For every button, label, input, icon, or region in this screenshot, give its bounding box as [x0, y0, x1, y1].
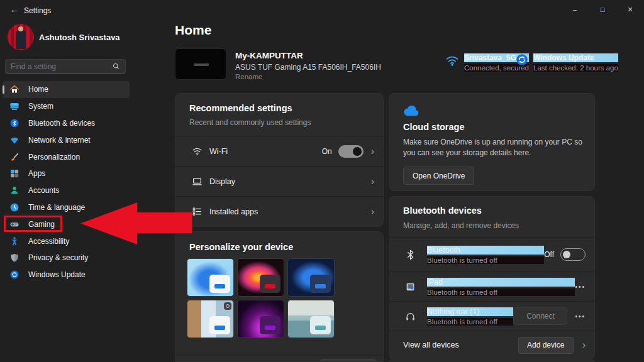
connect-button[interactable]: Connect	[513, 307, 567, 325]
windows-update-icon	[9, 270, 19, 280]
chevron-right-icon	[371, 146, 374, 156]
theme-thumbnail-flower-dark[interactable]	[237, 258, 284, 297]
bluetooth-toggle-label: Off	[544, 250, 554, 259]
device-row-nothing-ear[interactable]: Nothing ear (1) Bluetooth is turned off …	[389, 302, 594, 331]
network-icon	[9, 134, 19, 145]
installed-apps-row[interactable]: Installed apps	[175, 197, 383, 226]
sidebar-item-windows-update[interactable]: Windows Update	[3, 266, 130, 283]
wifi-toggle-label: On	[322, 147, 332, 156]
sidebar-item-personalization[interactable]: Personalization	[3, 148, 130, 165]
personalization-icon	[9, 151, 19, 162]
theme-preview-window	[310, 275, 331, 293]
accounts-icon	[9, 185, 19, 196]
time-language-icon	[9, 202, 19, 212]
minimize-button[interactable]: –	[561, 0, 589, 19]
back-arrow-icon: ←	[10, 4, 19, 14]
sidebar-item-privacy-security[interactable]: Privacy & security	[3, 250, 130, 266]
partial-card	[389, 359, 595, 362]
device-status: Bluetooth is turned off	[427, 288, 575, 296]
search-input[interactable]	[11, 62, 112, 71]
partial-button[interactable]	[320, 359, 376, 362]
recommended-settings-card: Recommended settings Recent and commonly…	[175, 93, 384, 227]
annotation-red-rectangle	[4, 216, 62, 232]
sidebar-item-apps[interactable]: Apps	[3, 165, 130, 182]
wifi-toggle[interactable]	[338, 145, 364, 158]
display-icon	[192, 176, 203, 187]
tablet-icon	[403, 282, 417, 292]
rename-link[interactable]: Rename	[235, 73, 262, 80]
more-icon[interactable]	[575, 313, 586, 320]
window-title: Settings	[24, 6, 51, 15]
bluetooth-devices-subtitle: Manage, add, and remove devices	[403, 221, 580, 230]
more-icon[interactable]	[575, 283, 586, 290]
device-row-ipad[interactable]: iPad Bluetooth is turned off	[389, 272, 594, 301]
cloud-storage-body: Make sure OneDrive is up and running on …	[403, 137, 587, 158]
recommended-settings-subtitle: Recent and commonly used settings	[189, 118, 369, 127]
maximize-button[interactable]: □	[589, 0, 616, 19]
device-name: Nothing ear (1)	[427, 307, 513, 316]
bluetooth-icon	[403, 250, 417, 260]
device-status: Bluetooth is turned off	[427, 318, 513, 326]
sidebar-item-accessibility[interactable]: Accessibility	[3, 233, 130, 250]
cloud-storage-card: Cloud storage Make sure OneDrive is up a…	[389, 93, 595, 191]
sidebar-item-bluetooth-devices[interactable]: Bluetooth & devices	[3, 115, 130, 132]
device-name: iPad	[427, 278, 575, 287]
theme-thumbnail-glow-purple[interactable]	[237, 300, 284, 338]
theme-preview-window	[260, 275, 280, 293]
home-icon	[9, 84, 19, 95]
theme-thumbnail-bloom-light[interactable]	[187, 258, 234, 297]
page-title: Home	[175, 23, 211, 38]
installed-apps-label: Installed apps	[209, 207, 364, 216]
sidebar-item-system[interactable]: System	[3, 98, 130, 115]
device-model: ASUS TUF Gaming A15 FA506IH_FA506IH	[235, 63, 381, 72]
bluetooth-toggle-row[interactable]: Bluetooth Bluetooth is turned off Off	[389, 238, 594, 272]
display-label: Display	[209, 177, 364, 186]
device-name: My-KAMPUTTAR	[235, 51, 303, 60]
minimize-icon: –	[573, 6, 577, 13]
recommended-settings-header: Recommended settings Recent and commonly…	[175, 94, 383, 136]
view-all-devices-row[interactable]: View all devices Add device	[389, 331, 594, 359]
update-title: Windows Update	[533, 53, 618, 62]
device-thumbnail	[175, 48, 226, 80]
bluetooth-devices-card: Bluetooth devices Manage, add, and remov…	[389, 196, 595, 359]
window-controls: – □ ✕	[561, 0, 644, 19]
add-device-button[interactable]: Add device	[518, 337, 574, 354]
theme-preview-window	[260, 316, 280, 334]
bluetooth-devices-title: Bluetooth devices	[403, 206, 580, 216]
sidebar-item-home[interactable]: Home	[3, 81, 130, 98]
search-box[interactable]	[5, 59, 126, 74]
update-icon	[516, 53, 528, 66]
avatar[interactable]	[8, 24, 34, 50]
personalize-title: Personalize your device	[189, 242, 293, 252]
update-status: Last checked: 2 hours ago	[533, 64, 618, 72]
bluetooth-row-title: Bluetooth	[427, 246, 544, 255]
bluetooth-toggle[interactable]	[560, 248, 586, 261]
sidebar-item-network-internet[interactable]: Network & internet	[3, 131, 130, 148]
display-row[interactable]: Display	[175, 167, 383, 196]
close-icon: ✕	[627, 6, 633, 14]
theme-badge-icon	[224, 302, 231, 310]
back-button[interactable]: ←	[6, 3, 23, 16]
sidebar-nav: Home System Bluetooth & devices Network …	[3, 81, 130, 283]
chevron-right-icon	[582, 340, 586, 350]
theme-thumbnail-landscape-light[interactable]	[287, 300, 335, 338]
bluetooth-devices-header: Bluetooth devices Manage, add, and remov…	[389, 197, 594, 237]
open-onedrive-button[interactable]: Open OneDrive	[403, 167, 474, 185]
chevron-right-icon	[371, 207, 374, 217]
close-button[interactable]: ✕	[616, 0, 644, 19]
theme-thumbnail-bloom-dark[interactable]	[287, 258, 335, 297]
theme-thumbnail-photo-collage[interactable]	[187, 300, 234, 338]
chevron-right-icon	[371, 177, 374, 187]
theme-preview-window	[209, 316, 230, 334]
sidebar-item-accounts[interactable]: Accounts	[3, 182, 130, 199]
wifi-icon	[445, 53, 459, 67]
search-icon	[112, 62, 120, 70]
recommended-settings-title: Recommended settings	[189, 103, 369, 113]
bluetooth-icon	[9, 118, 19, 128]
wifi-row[interactable]: Wi-Fi On	[175, 136, 383, 166]
privacy-icon	[9, 253, 19, 263]
bluetooth-row-subtitle: Bluetooth is turned off	[427, 256, 544, 264]
status-windows-update[interactable]: Windows Update Last checked: 2 hours ago	[516, 53, 618, 72]
theme-preview-window	[209, 275, 230, 293]
maximize-icon: □	[601, 6, 605, 13]
